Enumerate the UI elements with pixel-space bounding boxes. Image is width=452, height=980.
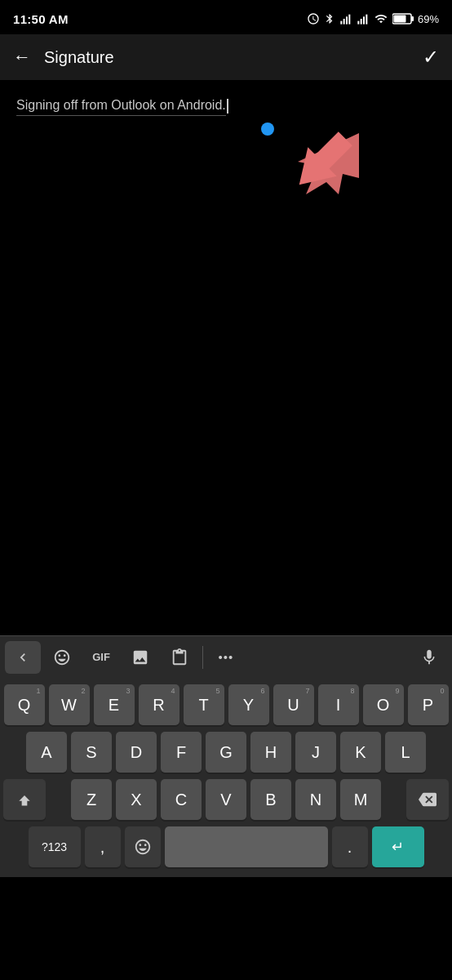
status-icons: 69% bbox=[307, 12, 439, 25]
key-t[interactable]: 5T bbox=[184, 684, 224, 725]
shift-key[interactable] bbox=[3, 779, 46, 820]
key-b[interactable]: B bbox=[250, 779, 291, 820]
enter-icon: ↵ bbox=[392, 838, 404, 856]
status-time: 11:50 AM bbox=[13, 12, 69, 26]
key-k[interactable]: K bbox=[340, 732, 381, 773]
text-cursor bbox=[227, 99, 228, 114]
toolbar-divider bbox=[202, 646, 203, 669]
sticker-icon bbox=[53, 648, 71, 666]
svg-rect-0 bbox=[340, 21, 342, 24]
toolbar-back-button[interactable] bbox=[5, 641, 41, 674]
microphone-icon bbox=[420, 648, 438, 666]
toolbar-sticker-button[interactable] bbox=[44, 641, 80, 674]
key-n[interactable]: N bbox=[295, 779, 336, 820]
signature-text: Signing off from Outlook on Android. bbox=[16, 98, 226, 116]
chevron-left-icon bbox=[15, 649, 31, 666]
toolbar-clipboard-button[interactable] bbox=[162, 641, 197, 674]
svg-rect-10 bbox=[393, 16, 405, 23]
num-key[interactable]: ?123 bbox=[29, 826, 81, 867]
key-z[interactable]: Z bbox=[71, 779, 112, 820]
svg-rect-9 bbox=[411, 16, 414, 21]
key-e[interactable]: 3E bbox=[94, 684, 135, 725]
signal-icon-1 bbox=[339, 12, 352, 25]
period-key[interactable]: . bbox=[332, 826, 368, 867]
emoji-icon bbox=[134, 838, 152, 856]
key-x[interactable]: X bbox=[116, 779, 157, 820]
app-bar-left: ← Signature bbox=[13, 47, 114, 68]
shift-icon bbox=[16, 791, 33, 808]
key-u[interactable]: 7U bbox=[273, 684, 314, 725]
period-label: . bbox=[348, 838, 352, 857]
key-q[interactable]: 1Q bbox=[4, 684, 45, 725]
key-v[interactable]: V bbox=[206, 779, 246, 820]
num-label: ?123 bbox=[42, 840, 67, 853]
key-r[interactable]: 4R bbox=[139, 684, 179, 725]
svg-rect-4 bbox=[357, 21, 359, 24]
svg-rect-1 bbox=[343, 19, 345, 24]
key-h[interactable]: H bbox=[250, 732, 291, 773]
svg-rect-2 bbox=[346, 16, 348, 24]
app-bar-title: Signature bbox=[44, 48, 114, 67]
key-s[interactable]: S bbox=[71, 732, 112, 773]
emoji-key[interactable] bbox=[125, 826, 161, 867]
gif-label: GIF bbox=[92, 651, 110, 663]
svg-marker-12 bbox=[285, 125, 360, 198]
clipboard-icon bbox=[171, 648, 188, 666]
confirm-button[interactable]: ✓ bbox=[423, 46, 439, 69]
toolbar-image-button[interactable] bbox=[122, 641, 158, 674]
key-a[interactable]: A bbox=[26, 732, 67, 773]
svg-rect-6 bbox=[363, 16, 365, 24]
backspace-icon bbox=[419, 791, 436, 808]
key-l[interactable]: L bbox=[385, 732, 426, 773]
svg-rect-5 bbox=[361, 19, 362, 24]
comma-label: , bbox=[100, 838, 105, 857]
keyboard-row-2: ASDFGHJKL bbox=[3, 732, 449, 773]
back-button[interactable]: ← bbox=[13, 47, 31, 68]
content-area[interactable]: Signing off from Outlook on Android. bbox=[0, 80, 452, 129]
key-y[interactable]: 6Y bbox=[228, 684, 269, 725]
battery-percent: 69% bbox=[418, 13, 439, 25]
key-m[interactable]: M bbox=[340, 779, 381, 820]
svg-rect-7 bbox=[366, 15, 367, 24]
key-j[interactable]: J bbox=[295, 732, 336, 773]
key-w[interactable]: 2W bbox=[49, 684, 90, 725]
keyboard-row-bottom: ?123 , . ↵ bbox=[3, 826, 449, 867]
key-i[interactable]: 8I bbox=[318, 684, 359, 725]
svg-rect-3 bbox=[348, 15, 350, 24]
toolbar-gif-button[interactable]: GIF bbox=[83, 641, 119, 674]
key-g[interactable]: G bbox=[206, 732, 246, 773]
comma-key[interactable]: , bbox=[85, 826, 121, 867]
keyboard-toolbar: GIF ••• bbox=[0, 635, 452, 678]
keyboard: 1Q2W3E4R5T6Y7U8I9O0P ASDFGHJKL ZXCVBNM ?… bbox=[0, 678, 452, 877]
battery-icon bbox=[392, 13, 414, 24]
key-o[interactable]: 9O bbox=[363, 684, 404, 725]
wifi-icon bbox=[374, 12, 388, 25]
microphone-button[interactable] bbox=[411, 641, 447, 674]
toolbar-more-button[interactable]: ••• bbox=[208, 641, 244, 674]
key-c[interactable]: C bbox=[161, 779, 202, 820]
alarm-icon bbox=[307, 12, 320, 25]
key-p[interactable]: 0P bbox=[408, 684, 449, 725]
main-content-area bbox=[0, 129, 452, 635]
app-bar: ← Signature ✓ bbox=[0, 34, 452, 80]
key-d[interactable]: D bbox=[116, 732, 157, 773]
backspace-key[interactable] bbox=[406, 779, 449, 820]
keyboard-row-3: ZXCVBNM bbox=[3, 779, 449, 820]
more-label: ••• bbox=[219, 650, 234, 664]
bluetooth-icon bbox=[324, 12, 335, 25]
text-selection-handle[interactable] bbox=[261, 122, 274, 136]
keyboard-row-1: 1Q2W3E4R5T6Y7U8I9O0P bbox=[3, 684, 449, 725]
signal-icon-2 bbox=[357, 12, 370, 25]
image-icon bbox=[131, 648, 149, 666]
space-key[interactable] bbox=[165, 826, 328, 867]
key-f[interactable]: F bbox=[161, 732, 202, 773]
enter-key[interactable]: ↵ bbox=[372, 826, 424, 867]
status-bar: 11:50 AM 69% bbox=[0, 0, 452, 34]
